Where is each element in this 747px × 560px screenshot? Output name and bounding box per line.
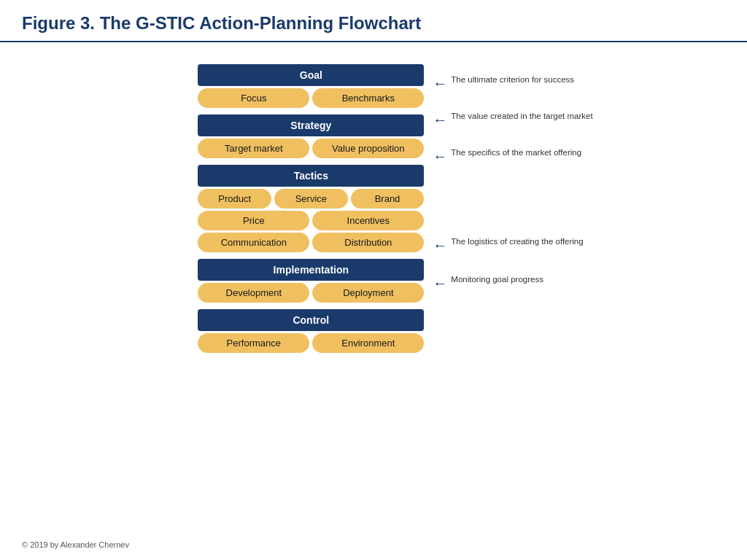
distribution-pill: Distribution: [312, 233, 424, 252]
goal-row: Goal: [198, 64, 424, 86]
implementation-annotation-text: The logistics of creating the offering: [451, 236, 583, 248]
environment-pill: Environment: [312, 333, 424, 353]
control-annotation-text: Monitoring goal progress: [451, 274, 543, 286]
annotations-wrapper: ← The ultimate criterion for success ← T…: [433, 64, 592, 290]
benchmarks-pill: Benchmarks: [312, 88, 424, 108]
perf-env-row: Performance Environment: [198, 333, 424, 353]
strategy-row: Strategy: [198, 114, 424, 136]
strategy-annotation-text: The value created in the target market: [451, 111, 592, 122]
flowchart-container: Goal Focus Benchmarks Strategy Target ma…: [198, 64, 592, 353]
goal-arrow-icon: ←: [433, 76, 447, 90]
price-incentives-row: Price Incentives: [198, 211, 424, 230]
product-pill: Product: [198, 189, 271, 209]
tactics-arrow-icon: ←: [433, 149, 447, 163]
price-pill: Price: [198, 211, 309, 230]
product-service-brand-row: Product Service Brand: [198, 189, 424, 209]
implementation-annotation: ← The logistics of creating the offering: [433, 236, 592, 252]
goal-annotation: ← The ultimate criterion for success: [433, 74, 592, 90]
page-header: Figure 3. The G-STIC Action-Planning Flo…: [0, 0, 747, 42]
implementation-row: Implementation: [198, 259, 424, 281]
dev-deploy-row: Development Deployment: [198, 283, 424, 303]
main-content: Goal Focus Benchmarks Strategy Target ma…: [0, 42, 747, 353]
strategy-arrow-icon: ←: [433, 112, 447, 127]
control-annotation: ← Monitoring goal progress: [433, 274, 592, 290]
footer-copyright: © 2019 by Alexander Chernev: [22, 540, 129, 549]
flowchart-left: Goal Focus Benchmarks Strategy Target ma…: [198, 64, 424, 353]
control-row: Control: [198, 309, 424, 331]
page-title: Figure 3. The G-STIC Action-Planning Flo…: [22, 13, 725, 34]
incentives-pill: Incentives: [312, 211, 424, 230]
target-value-row: Target market Value proposition: [198, 139, 424, 158]
target-market-pill: Target market: [198, 139, 309, 158]
communication-pill: Communication: [198, 233, 309, 252]
service-pill: Service: [274, 189, 348, 209]
tactics-annotation: ← The specifics of the market offering: [433, 147, 592, 163]
tactics-annotation-text: The specifics of the market offering: [451, 147, 581, 159]
goal-annotation-text: The ultimate criterion for success: [451, 74, 574, 86]
implementation-arrow-icon: ←: [433, 238, 447, 252]
performance-pill: Performance: [198, 333, 309, 353]
value-proposition-pill: Value proposition: [312, 139, 424, 158]
brand-pill: Brand: [351, 189, 425, 209]
strategy-annotation: ← The value created in the target market: [433, 111, 592, 127]
control-arrow-icon: ←: [433, 276, 447, 290]
tactics-row: Tactics: [198, 165, 424, 187]
deployment-pill: Deployment: [312, 283, 424, 303]
focus-benchmarks-row: Focus Benchmarks: [198, 88, 424, 108]
focus-pill: Focus: [198, 88, 309, 108]
development-pill: Development: [198, 283, 309, 303]
comm-dist-row: Communication Distribution: [198, 233, 424, 252]
